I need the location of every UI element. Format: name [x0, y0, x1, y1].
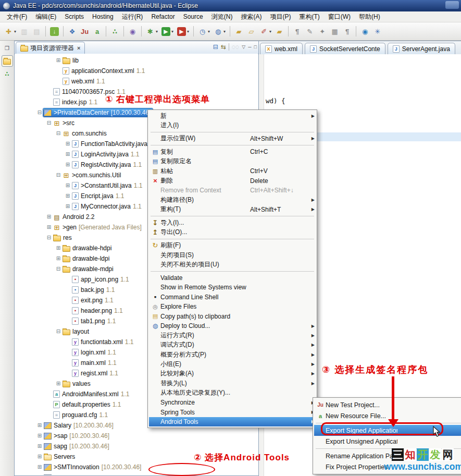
project-explorer-fastview-button[interactable]: [2, 55, 13, 67]
run-configurations-button[interactable]: ▶▾: [176, 26, 191, 37]
menu-item-android-tools[interactable]: Android Tools▶: [149, 417, 316, 426]
menu-item-replace-with[interactable]: 替换为(L)▶: [149, 379, 316, 388]
maximize-view-icon[interactable]: □: [254, 44, 257, 50]
collapse-all-icon[interactable]: ⊟: [213, 43, 218, 51]
expander-icon[interactable]: ⊟: [55, 266, 62, 272]
menubar-item-重构-t[interactable]: 重构(T): [295, 11, 323, 22]
menu-item-close-unrelated-projects[interactable]: 关闭不相关的项目(U): [149, 260, 316, 269]
menu-item-validate[interactable]: Validate: [149, 273, 316, 283]
expander-icon[interactable]: ⊞: [64, 193, 71, 199]
submenu-item-new-test-project[interactable]: JuNew Test Project...: [314, 399, 461, 410]
expander-icon[interactable]: ⊞: [55, 58, 62, 63]
menu-item-import[interactable]: ↧导入(I)...: [149, 218, 316, 227]
new-junit-test-button[interactable]: Ju: [79, 26, 91, 37]
menu-item-new[interactable]: 新▶: [149, 111, 316, 120]
menubar-item-文件-f[interactable]: 文件(F): [3, 11, 31, 22]
deploy-button[interactable]: ✐▾: [258, 26, 273, 37]
minimize-view-icon[interactable]: ─: [248, 44, 251, 50]
internal-browser-button[interactable]: ◉: [359, 26, 371, 37]
menu-item-profile-as[interactable]: 概要分析方式(P)▶: [149, 350, 316, 359]
format-text-button[interactable]: ¶: [341, 26, 353, 37]
new-android-xml-button[interactable]: a: [91, 26, 103, 37]
expander-icon[interactable]: ⊞: [36, 454, 43, 459]
expander-icon[interactable]: ⊞: [36, 444, 43, 449]
dropdown-arrow-icon[interactable]: ▾: [187, 29, 189, 34]
cvs-repository-button[interactable]: ∴: [109, 26, 121, 37]
show-table-button[interactable]: ▦: [329, 26, 341, 37]
hierarchy-view-button[interactable]: ∴: [2, 69, 13, 79]
dropdown-arrow-icon[interactable]: ▾: [156, 29, 158, 34]
filters-icon[interactable]: ◌◌: [232, 43, 239, 51]
new-wizard-button[interactable]: ✚▾: [3, 26, 18, 37]
expander-icon[interactable]: ⊞: [55, 381, 62, 386]
link-with-editor-icon[interactable]: ⇆: [221, 43, 226, 51]
menu-item-deploy-to-cloud[interactable]: ◍Deploy to Cloud...▶: [149, 321, 316, 331]
menubar-item-项目-p[interactable]: 项目(P): [266, 11, 294, 22]
new-web-project-button[interactable]: ❖: [66, 26, 78, 37]
debug-button[interactable]: ✱▾: [144, 26, 159, 37]
menu-item-synchronize[interactable]: Synchronize▶: [149, 398, 316, 407]
tab-project-explorer[interactable]: 项目资源管理器 ×: [16, 42, 85, 54]
restore-view-button[interactable]: ❐: [2, 43, 13, 53]
menu-item-restore-from-local-history[interactable]: 从本地历史记录复原(Y)...: [149, 388, 316, 398]
expander-icon[interactable]: ⊟: [45, 120, 53, 126]
menu-item-spring-tools[interactable]: Spring Tools▶: [149, 407, 316, 417]
dropdown-arrow-icon[interactable]: ▾: [223, 29, 226, 34]
expander-icon[interactable]: ⊞: [36, 465, 43, 470]
tree-item-sap[interactable]: ⊞>sap[10.200.30.46]: [15, 431, 258, 441]
menubar-item-source[interactable]: Source: [180, 12, 207, 21]
run-button[interactable]: ▶▾: [160, 26, 175, 37]
expander-icon[interactable]: ⊟: [45, 235, 53, 240]
tree-item-smtinnovation[interactable]: ⊞>SMTInnovation[10.200.30.46]: [15, 462, 258, 472]
tree-item-sapg[interactable]: ⊞sapg[10.200.30.46]: [15, 441, 258, 451]
menu-item-copy-paths-to-clipboard[interactable]: ▤Copy path(s) to clipboard: [149, 311, 316, 321]
menu-item-build-path[interactable]: 构建路径(B)▶: [149, 195, 316, 204]
mark-occurrences-button[interactable]: ✎: [304, 26, 316, 37]
tree-item-ssh[interactable]: ⊞ssh[10.200.30.46]: [15, 472, 258, 475]
menubar-item-编辑-e[interactable]: 编辑(E): [32, 11, 60, 22]
dropdown-arrow-icon[interactable]: ▾: [269, 29, 271, 34]
dropdown-arrow-icon[interactable]: ▾: [171, 29, 173, 34]
dropdown-arrow-icon[interactable]: ▾: [208, 29, 210, 34]
annotations-button[interactable]: ¶: [291, 26, 303, 37]
menu-item-close-project[interactable]: 关闭项目(S): [149, 250, 316, 260]
menu-item-paste[interactable]: ▥粘帖Ctrl+V: [149, 166, 316, 176]
expander-icon[interactable]: ⊞: [64, 183, 71, 188]
menu-item-explore-files[interactable]: ◎Explore Files: [149, 302, 316, 311]
web-browser-button[interactable]: ◍▾: [212, 26, 227, 37]
menubar-item-运行-r[interactable]: 运行(R): [118, 11, 147, 22]
expander-icon[interactable]: ⊞: [64, 162, 71, 167]
menu-item-delete[interactable]: ×删除Delete: [149, 176, 316, 185]
team-sync-button[interactable]: ✳: [371, 26, 383, 37]
menubar-item-浏览-n[interactable]: 浏览(N): [208, 11, 236, 22]
editor-tab-socketserverletconte[interactable]: JSocketServerletConte: [305, 43, 385, 54]
menu-item-copy-qualified-name[interactable]: ▤复制限定名: [149, 157, 316, 166]
external-tools-button[interactable]: ✦: [316, 26, 328, 37]
menu-item-go-into[interactable]: 进入(I): [149, 120, 316, 130]
dropdown-arrow-icon[interactable]: ▾: [14, 29, 16, 34]
expander-icon[interactable]: ⊟: [55, 173, 62, 178]
expander-icon[interactable]: ⊞: [55, 256, 62, 261]
expander-icon[interactable]: ⊟: [55, 131, 62, 136]
menubar-item-窗口-w[interactable]: 窗口(W): [325, 11, 354, 22]
tree-item-web-xml[interactable]: web.xml1.1: [15, 76, 258, 87]
editor-tab-web-xml[interactable]: Xweb.xml: [260, 43, 303, 54]
expander-icon[interactable]: ⊞: [64, 141, 71, 147]
expander-icon[interactable]: ⊞: [45, 214, 53, 219]
tree-item-applicationcontext-xml[interactable]: applicationContext.xml1.1: [15, 66, 258, 76]
menu-item-copy[interactable]: ▤复制Ctrl+C: [149, 147, 316, 156]
packages-button[interactable]: ▰: [273, 26, 285, 37]
view-menu-icon[interactable]: ▽: [242, 44, 245, 50]
expander-icon[interactable]: ⊞: [36, 433, 43, 438]
close-icon[interactable]: ×: [77, 45, 80, 51]
menu-item-show-in[interactable]: 显示位置(W)Alt+Shift+W▶: [149, 134, 316, 143]
expander-icon[interactable]: ⊟: [36, 110, 43, 115]
expander-icon[interactable]: ⊞: [36, 423, 43, 428]
menu-item-team[interactable]: 小组(E)▶: [149, 359, 316, 369]
menu-item-refresh[interactable]: ↻刷新(F): [149, 241, 316, 250]
expander-icon[interactable]: ⊞: [45, 225, 53, 230]
expander-icon[interactable]: ⊞: [55, 246, 62, 251]
expander-icon[interactable]: ⊟: [55, 329, 62, 334]
editor-tab-serveragent-java[interactable]: JServerAgent.java: [388, 43, 455, 54]
menu-item-export[interactable]: ↥导出(O)...: [149, 227, 316, 237]
